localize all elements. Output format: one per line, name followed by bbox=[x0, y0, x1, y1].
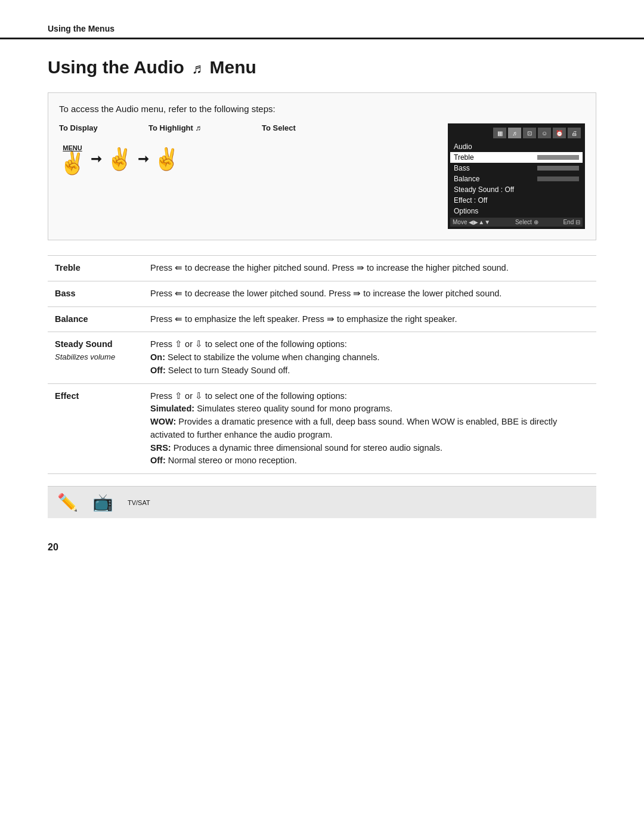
section-label: Using the Menus bbox=[48, 24, 114, 33]
bottom-icon-tv: 📺 bbox=[92, 493, 113, 512]
tv-screen: ▦ ♬ ⊡ ☺ ⏰ 🖨 Audio Treble bbox=[448, 123, 585, 229]
to-highlight-label: To Highlight ♬ bbox=[148, 123, 244, 132]
hand-icon-1: ✌ bbox=[59, 153, 86, 174]
def-balance: Press ⇚ to emphasize the left speaker. P… bbox=[143, 306, 596, 332]
term-balance: Balance bbox=[48, 306, 143, 332]
page-title-prefix: Using the Audio bbox=[48, 57, 184, 77]
page-number: 20 bbox=[48, 542, 58, 552]
step1-container: MENU ✌ bbox=[59, 144, 86, 174]
tv-icon-6: 🖨 bbox=[568, 128, 581, 138]
hand-row: MENU ✌ ➞ ✌ ➞ ✌ bbox=[59, 144, 448, 174]
def-treble: Press ⇚ to decrease the higher pitched s… bbox=[143, 256, 596, 281]
to-display-label: To Display bbox=[59, 123, 125, 132]
page-title: Using the Audio ♬ Menu bbox=[48, 57, 596, 78]
term-steady: Steady Sound Stabilizes volume bbox=[48, 332, 143, 383]
table-row-effect: Effect Press ⇧ or ⇩ to select one of the… bbox=[48, 383, 596, 474]
hand-icon-2: ✌ bbox=[106, 148, 133, 170]
to-select-label: To Select bbox=[262, 123, 333, 132]
tv-menu-treble: Treble bbox=[450, 152, 583, 163]
steps-diagram: To Display To Highlight ♬ To Select MENU… bbox=[59, 123, 448, 174]
table-row-bass: Bass Press ⇚ to decrease the lower pitch… bbox=[48, 281, 596, 306]
page-title-suffix: Menu bbox=[210, 57, 256, 77]
def-effect: Press ⇧ or ⇩ to select one of the follow… bbox=[143, 383, 596, 474]
hand-icon-3: ✌ bbox=[153, 148, 180, 170]
tv-menu-options: Options bbox=[450, 206, 583, 216]
table-row-steady: Steady Sound Stabilizes volume Press ⇧ o… bbox=[48, 332, 596, 383]
info-table: Treble Press ⇚ to decrease the higher pi… bbox=[48, 255, 596, 474]
term-steady-sub: Stabilizes volume bbox=[55, 351, 136, 363]
arrow-2: ➞ bbox=[138, 151, 148, 167]
tv-menu-bass: Bass bbox=[450, 163, 583, 174]
footer-section: 20 bbox=[0, 518, 644, 571]
page-wrapper: Using the Menus Using the Audio ♬ Menu T… bbox=[0, 0, 644, 833]
tv-menu-list: Audio Treble Bass Balance bbox=[450, 140, 583, 218]
bottom-icon-pencil: ✏️ bbox=[57, 493, 78, 512]
audio-menu-icon: ♬ bbox=[191, 60, 202, 77]
tv-icon-1: ▦ bbox=[493, 128, 506, 138]
tv-icon-4: ☺ bbox=[538, 128, 551, 138]
menu-label: MENU bbox=[63, 144, 82, 151]
steps-labels: To Display To Highlight ♬ To Select bbox=[59, 123, 448, 132]
bottom-icon-tv-label: TV/SAT bbox=[128, 499, 150, 506]
tv-menu-effect: Effect : Off bbox=[450, 195, 583, 206]
tv-menu-audio: Audio bbox=[450, 141, 583, 152]
def-steady: Press ⇧ or ⇩ to select one of the follow… bbox=[143, 332, 596, 383]
bottom-icons-row: ✏️ 📺 TV/SAT bbox=[48, 486, 596, 518]
main-content: Using the Audio ♬ Menu To access the Aud… bbox=[0, 57, 644, 518]
tv-icon-3: ⊡ bbox=[523, 128, 536, 138]
term-bass: Bass bbox=[48, 281, 143, 306]
steps-box: To access the Audio menu, refer to the f… bbox=[48, 92, 596, 240]
tv-bottom-bar: Move ◀▶▲▼ Select ⊕ End ⊟ bbox=[450, 218, 583, 227]
tv-menu-balance: Balance bbox=[450, 174, 583, 184]
table-row-treble: Treble Press ⇚ to decrease the higher pi… bbox=[48, 256, 596, 281]
term-effect: Effect bbox=[48, 383, 143, 474]
tv-menu-steady: Steady Sound : Off bbox=[450, 184, 583, 195]
steps-intro: To access the Audio menu, refer to the f… bbox=[59, 104, 585, 114]
tv-icons-row: ▦ ♬ ⊡ ☺ ⏰ 🖨 bbox=[450, 126, 583, 140]
table-row-balance: Balance Press ⇚ to emphasize the left sp… bbox=[48, 306, 596, 332]
tv-icon-2: ♬ bbox=[508, 128, 521, 138]
tv-icon-5: ⏰ bbox=[553, 128, 566, 138]
steps-row: To Display To Highlight ♬ To Select MENU… bbox=[59, 123, 585, 229]
term-treble: Treble bbox=[48, 256, 143, 281]
def-bass: Press ⇚ to decrease the lower pitched so… bbox=[143, 281, 596, 306]
header-section: Using the Menus bbox=[0, 0, 644, 39]
arrow-1: ➞ bbox=[91, 151, 101, 167]
